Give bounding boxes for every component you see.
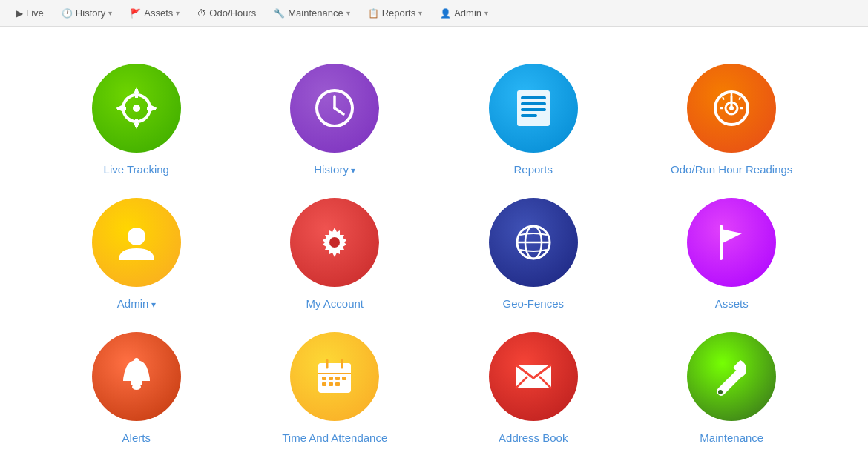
reports-icon-nav: 📋: [368, 8, 379, 19]
admin-circle: [92, 198, 181, 287]
grid-item-odo[interactable]: Odo/Run Hour Readings: [640, 64, 824, 176]
history-caret: ▾: [108, 9, 112, 17]
live-icon: ▶: [16, 8, 23, 19]
geo-fences-label: Geo-Fences: [502, 297, 564, 310]
nav-item-odohours[interactable]: ⏱ Odo/Hours: [190, 4, 263, 21]
calendar-icon: [312, 354, 357, 399]
nav-item-admin[interactable]: 👤 Admin ▾: [433, 4, 496, 21]
my-account-label: My Account: [306, 297, 364, 310]
svg-rect-16: [521, 108, 546, 111]
odo-icon-nav: ⏱: [197, 8, 206, 19]
svg-marker-7: [134, 123, 139, 129]
svg-marker-8: [116, 105, 122, 111]
address-book-circle: [489, 332, 578, 421]
flag-icon: [709, 220, 754, 265]
svg-marker-9: [151, 105, 157, 111]
nav-item-history[interactable]: 🕐 History ▾: [54, 4, 119, 21]
svg-point-5: [133, 105, 140, 112]
geo-fences-circle: [489, 198, 578, 287]
clock-icon-nav: 🕐: [62, 8, 73, 19]
svg-line-25: [723, 97, 724, 100]
grid-item-geo-fences[interactable]: Geo-Fences: [441, 198, 625, 310]
odo-label: Odo/Run Hour Readings: [671, 163, 792, 176]
svg-point-35: [132, 384, 141, 390]
alerts-label: Alerts: [122, 431, 151, 444]
svg-line-26: [739, 97, 740, 100]
svg-point-21: [729, 106, 734, 110]
admin-label: Admin: [117, 297, 156, 310]
wrench-icon: [709, 354, 754, 399]
nav-label-assets: Assets: [144, 7, 173, 19]
navbar: ▶ Live 🕐 History ▾ 🚩 Assets ▾ ⏱ Odo/Hour…: [0, 0, 868, 27]
grid-item-my-account[interactable]: My Account: [243, 198, 427, 310]
svg-rect-15: [521, 102, 546, 105]
svg-rect-44: [342, 377, 346, 380]
grid-item-reports[interactable]: Reports: [441, 64, 625, 176]
nav-label-odohours: Odo/Hours: [209, 7, 256, 19]
list-icon: [511, 86, 556, 130]
time-attendance-circle: [290, 332, 379, 421]
svg-rect-47: [335, 382, 340, 386]
nav-item-live[interactable]: ▶ Live: [9, 4, 51, 21]
assets-circle: [687, 198, 776, 287]
svg-rect-41: [322, 377, 326, 380]
svg-line-12: [335, 108, 343, 114]
nav-item-maintenance[interactable]: 🔧 Maintenance ▾: [266, 4, 357, 21]
maintenance-caret: ▾: [346, 9, 350, 17]
grid-item-alerts[interactable]: Alerts: [45, 332, 228, 444]
live-tracking-circle: [92, 64, 181, 153]
svg-rect-46: [329, 382, 333, 386]
nav-label-reports: Reports: [382, 7, 416, 19]
time-attendance-label: Time And Attendance: [282, 431, 387, 444]
history-label: History: [314, 163, 355, 176]
svg-point-36: [134, 358, 139, 362]
svg-rect-14: [521, 96, 546, 99]
nav-label-live: Live: [26, 7, 44, 19]
nav-item-assets[interactable]: 🚩 Assets ▾: [122, 4, 187, 21]
wrench-icon-nav: 🔧: [274, 8, 285, 19]
svg-rect-43: [335, 377, 340, 380]
assets-caret: ▾: [176, 9, 180, 17]
assets-label: Assets: [715, 297, 749, 310]
clock-icon: [312, 86, 357, 130]
globe-icon: [511, 220, 556, 265]
person-icon: [114, 220, 159, 265]
odo-circle: [687, 64, 776, 153]
flag-icon-nav: 🚩: [130, 8, 141, 19]
reports-caret: ▾: [418, 9, 422, 17]
my-account-circle: [290, 198, 379, 287]
live-tracking-label: Live Tracking: [104, 163, 169, 176]
history-circle: [290, 64, 379, 153]
reports-circle: [489, 64, 578, 153]
bell-icon: [114, 354, 159, 399]
reports-label: Reports: [513, 163, 553, 176]
svg-point-53: [718, 390, 723, 394]
gear-icon: [312, 220, 357, 265]
grid-item-maintenance[interactable]: Maintenance: [640, 332, 824, 444]
nav-label-maintenance: Maintenance: [288, 7, 343, 19]
svg-marker-6: [134, 87, 139, 93]
grid-item-history[interactable]: History: [243, 64, 427, 176]
alerts-circle: [92, 332, 181, 421]
maintenance-circle: [687, 332, 776, 421]
svg-rect-42: [329, 377, 333, 380]
maintenance-label: Maintenance: [700, 431, 763, 444]
grid-item-time-attendance[interactable]: Time And Attendance: [243, 332, 427, 444]
svg-point-27: [128, 228, 145, 245]
gauge-icon: [709, 86, 754, 130]
admin-caret: ▾: [484, 9, 488, 17]
grid-item-assets[interactable]: Assets: [640, 198, 824, 310]
svg-rect-45: [322, 382, 326, 386]
crosshair-icon: [114, 86, 159, 130]
address-book-label: Address Book: [499, 431, 568, 444]
nav-label-history: History: [76, 7, 105, 19]
grid-item-live-tracking[interactable]: Live Tracking: [45, 64, 228, 176]
grid-item-admin[interactable]: Admin: [45, 198, 228, 310]
grid-item-address-book[interactable]: Address Book: [441, 332, 625, 444]
svg-point-29: [329, 237, 340, 248]
main-grid: Live Tracking History Reports: [0, 27, 868, 461]
svg-rect-17: [521, 114, 537, 117]
nav-item-reports[interactable]: 📋 Reports ▾: [361, 4, 430, 21]
envelope-icon: [511, 354, 556, 399]
svg-rect-39: [318, 368, 351, 372]
